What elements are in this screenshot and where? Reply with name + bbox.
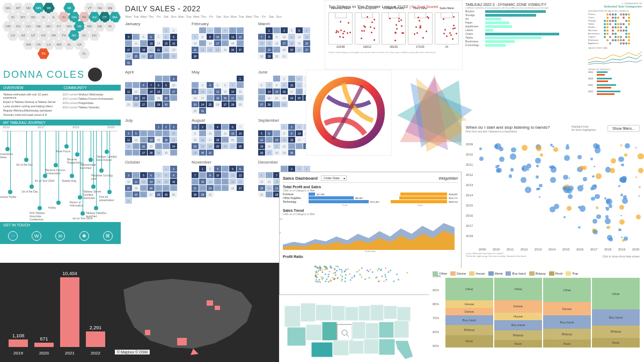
cal-day[interactable]: 27 — [148, 191, 155, 197]
cal-day[interactable]: 11 — [133, 179, 140, 184]
cal-day[interactable]: 19 — [229, 40, 236, 46]
cal-day[interactable]: 27 — [237, 185, 244, 191]
cal-day[interactable]: 1 — [199, 166, 206, 172]
cal-day[interactable]: 5 — [140, 172, 147, 178]
cal-day[interactable]: 14 — [192, 40, 199, 46]
cal-day[interactable]: 11 — [125, 137, 132, 143]
legend-Metal[interactable]: Metal — [488, 271, 503, 276]
cal-day[interactable]: 31 — [199, 108, 206, 114]
cal-day[interactable]: 22 — [163, 185, 170, 191]
cal-day[interactable]: 13 — [237, 34, 244, 40]
cal-day[interactable]: 8 — [155, 130, 162, 136]
cal-day[interactable]: 14 — [155, 40, 162, 46]
cal-day[interactable]: 28 — [148, 101, 155, 107]
cal-day[interactable]: 14 — [266, 88, 273, 94]
cal-day[interactable]: 15 — [237, 88, 244, 94]
cal-day[interactable]: 15 — [155, 88, 162, 94]
cal-day[interactable]: 22 — [199, 47, 206, 53]
genre-seg[interactable]: Britpop — [494, 330, 542, 341]
cal-day[interactable]: 25 — [222, 47, 229, 53]
cal-day[interactable]: 3 — [296, 166, 303, 172]
genre-seg[interactable]: Boy band — [592, 309, 640, 326]
cal-day[interactable]: 24 — [125, 191, 132, 197]
cal-day[interactable]: 18 — [214, 137, 221, 143]
cal-day[interactable]: 1 — [273, 76, 280, 82]
cal-day[interactable]: 24 — [170, 95, 177, 101]
cal-day[interactable]: 12 — [133, 88, 140, 94]
cal-day[interactable]: 7 — [229, 82, 236, 88]
cal-day[interactable]: 22 — [192, 143, 199, 149]
genre-seg[interactable]: Dance — [445, 308, 493, 315]
cal-day[interactable]: 21 — [155, 47, 162, 53]
cal-day[interactable]: 4 — [303, 166, 310, 172]
cal-day[interactable]: 26 — [258, 150, 265, 156]
cal-day[interactable]: 3 — [125, 34, 132, 40]
cal-day[interactable]: 29 — [273, 101, 280, 107]
genre-seg[interactable]: Britpop — [445, 325, 493, 335]
cal-day[interactable]: 26 — [258, 191, 265, 197]
legend-Pop[interactable]: Pop — [566, 271, 578, 276]
cal-day[interactable]: 20 — [222, 95, 229, 101]
cal-day[interactable]: 2 — [288, 166, 295, 172]
cal-day[interactable]: 18 — [133, 47, 140, 53]
cal-day[interactable]: 13 — [140, 88, 147, 94]
cal-day[interactable]: 30 — [199, 150, 206, 156]
cal-day[interactable]: 12 — [214, 88, 221, 94]
cal-day[interactable]: 15 — [281, 137, 288, 143]
cal-day[interactable]: 1 — [155, 124, 162, 130]
cal-day[interactable]: 2 — [281, 76, 288, 82]
cal-day[interactable]: 6 — [222, 82, 229, 88]
cal-day[interactable]: 12 — [296, 34, 303, 40]
cal-day[interactable]: 5 — [133, 82, 140, 88]
cal-day[interactable]: 5 — [229, 166, 236, 172]
genre-seg[interactable]: Boy band — [543, 315, 591, 329]
cal-day[interactable]: 8 — [155, 82, 162, 88]
cal-day[interactable]: 23 — [163, 95, 170, 101]
cal-day[interactable]: 15 — [266, 40, 273, 46]
cal-day[interactable]: 8 — [199, 34, 206, 40]
cal-day[interactable]: 28 — [148, 150, 155, 156]
cal-day[interactable]: 25 — [207, 101, 214, 107]
cal-day[interactable]: 19 — [229, 179, 236, 184]
cal-day[interactable]: 25 — [214, 143, 221, 149]
cal-day[interactable]: 6 — [140, 130, 147, 136]
cal-day[interactable]: 5 — [214, 82, 221, 88]
cal-day[interactable]: 15 — [163, 40, 170, 46]
cal-day[interactable]: 13 — [222, 88, 229, 94]
cal-day[interactable]: 26 — [296, 47, 303, 53]
cal-day[interactable]: 18 — [207, 95, 214, 101]
cal-day[interactable]: 16 — [163, 137, 170, 143]
cal-day[interactable]: 4 — [125, 130, 132, 136]
cal-day[interactable]: 23 — [288, 143, 295, 149]
legend-Britpop[interactable]: Britpop — [529, 271, 546, 276]
genre-seg[interactable]: Other — [592, 278, 640, 309]
cal-day[interactable]: 13 — [258, 88, 265, 94]
cal-day[interactable]: 30 — [273, 53, 280, 59]
cal-day[interactable]: 17 — [125, 47, 132, 53]
cal-day[interactable]: 19 — [133, 95, 140, 101]
cal-day[interactable]: 26 — [229, 185, 236, 191]
cal-day[interactable]: 23 — [281, 95, 288, 101]
cal-day[interactable]: 20 — [140, 143, 147, 149]
genre-seg[interactable]: Dance — [543, 302, 591, 315]
cal-day[interactable]: 6 — [258, 82, 265, 88]
cal-day[interactable]: 17 — [214, 40, 221, 46]
cal-day[interactable]: 29 — [266, 53, 273, 59]
cal-day[interactable]: 23 — [207, 47, 214, 53]
cal-day[interactable]: 10 — [199, 88, 206, 94]
cal-day[interactable]: 17 — [125, 185, 132, 191]
cal-day[interactable]: 24 — [214, 185, 221, 191]
cal-day[interactable]: 29 — [163, 53, 170, 59]
cal-day[interactable]: 13 — [266, 179, 273, 184]
cal-day[interactable]: 11 — [133, 40, 140, 46]
cal-day[interactable]: 29 — [237, 101, 244, 107]
cal-day[interactable]: 3 — [170, 124, 177, 130]
cal-day[interactable]: 27 — [266, 191, 273, 197]
cal-day[interactable]: 28 — [155, 191, 162, 197]
cal-day[interactable]: 11 — [125, 88, 132, 94]
year-bar-2020[interactable] — [34, 343, 54, 347]
cal-day[interactable]: 10 — [170, 130, 177, 136]
cal-day[interactable]: 19 — [133, 143, 140, 149]
cal-day[interactable]: 16 — [207, 179, 214, 184]
cal-day[interactable]: 4 — [133, 172, 140, 178]
